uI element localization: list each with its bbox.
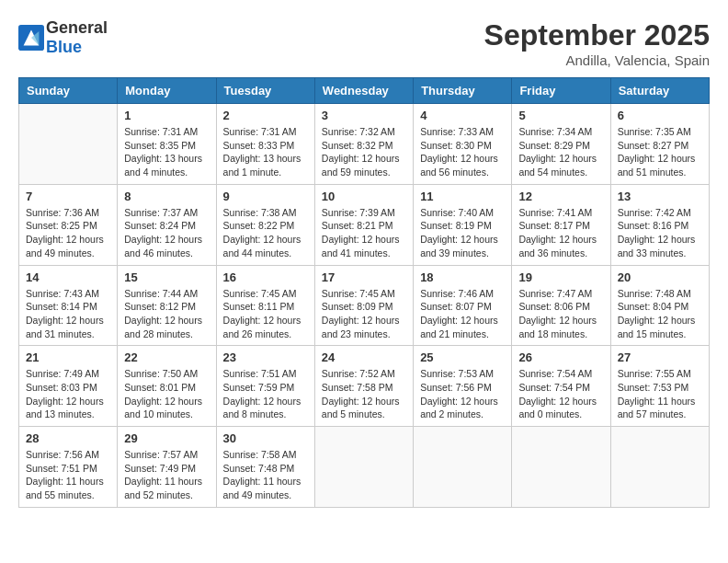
day-info: Sunrise: 7:44 AM Sunset: 8:12 PM Dayligh… <box>124 287 209 341</box>
calendar-week-row: 7Sunrise: 7:36 AM Sunset: 8:25 PM Daylig… <box>19 184 710 265</box>
day-info: Sunrise: 7:32 AM Sunset: 8:32 PM Dayligh… <box>322 125 406 179</box>
column-header-sunday: Sunday <box>19 78 118 104</box>
calendar-cell: 2Sunrise: 7:31 AM Sunset: 8:33 PM Daylig… <box>216 104 314 185</box>
day-info: Sunrise: 7:56 AM Sunset: 7:51 PM Dayligh… <box>26 448 110 502</box>
calendar-week-row: 1Sunrise: 7:31 AM Sunset: 8:35 PM Daylig… <box>19 104 710 185</box>
day-info: Sunrise: 7:43 AM Sunset: 8:14 PM Dayligh… <box>26 287 110 341</box>
day-info: Sunrise: 7:45 AM Sunset: 8:09 PM Dayligh… <box>322 287 406 341</box>
calendar-cell: 27Sunrise: 7:55 AM Sunset: 7:53 PM Dayli… <box>610 346 709 427</box>
calendar-cell: 15Sunrise: 7:44 AM Sunset: 8:12 PM Dayli… <box>118 265 216 346</box>
day-number: 14 <box>26 270 110 284</box>
day-number: 11 <box>420 190 505 203</box>
day-number: 16 <box>223 270 308 284</box>
calendar-cell: 9Sunrise: 7:38 AM Sunset: 8:22 PM Daylig… <box>216 184 314 265</box>
day-info: Sunrise: 7:33 AM Sunset: 8:30 PM Dayligh… <box>420 125 505 179</box>
day-info: Sunrise: 7:35 AM Sunset: 8:27 PM Dayligh… <box>618 125 702 179</box>
day-number: 17 <box>322 270 406 284</box>
calendar-cell <box>19 104 118 185</box>
day-number: 24 <box>322 350 406 364</box>
day-info: Sunrise: 7:53 AM Sunset: 7:56 PM Dayligh… <box>420 367 505 421</box>
day-info: Sunrise: 7:54 AM Sunset: 7:54 PM Dayligh… <box>518 367 603 421</box>
calendar-cell: 21Sunrise: 7:49 AM Sunset: 8:03 PM Dayli… <box>19 346 118 427</box>
calendar-week-row: 21Sunrise: 7:49 AM Sunset: 8:03 PM Dayli… <box>19 346 710 427</box>
column-header-friday: Friday <box>512 78 610 104</box>
day-info: Sunrise: 7:40 AM Sunset: 8:19 PM Dayligh… <box>420 206 505 260</box>
calendar-cell: 28Sunrise: 7:56 AM Sunset: 7:51 PM Dayli… <box>19 427 118 508</box>
day-info: Sunrise: 7:48 AM Sunset: 8:04 PM Dayligh… <box>618 287 702 341</box>
calendar-cell: 24Sunrise: 7:52 AM Sunset: 7:58 PM Dayli… <box>314 346 413 427</box>
day-info: Sunrise: 7:31 AM Sunset: 8:35 PM Dayligh… <box>124 125 209 179</box>
calendar-cell: 13Sunrise: 7:42 AM Sunset: 8:16 PM Dayli… <box>610 184 709 265</box>
calendar-table: SundayMondayTuesdayWednesdayThursdayFrid… <box>18 77 710 508</box>
calendar-cell <box>512 427 610 508</box>
day-number: 19 <box>518 270 603 284</box>
column-header-monday: Monday <box>118 78 216 104</box>
calendar-cell: 1Sunrise: 7:31 AM Sunset: 8:35 PM Daylig… <box>118 104 216 185</box>
day-info: Sunrise: 7:37 AM Sunset: 8:24 PM Dayligh… <box>124 206 209 260</box>
day-number: 1 <box>124 109 209 122</box>
day-info: Sunrise: 7:39 AM Sunset: 8:21 PM Dayligh… <box>322 206 406 260</box>
calendar-cell: 12Sunrise: 7:41 AM Sunset: 8:17 PM Dayli… <box>512 184 610 265</box>
day-number: 18 <box>420 270 505 284</box>
day-number: 8 <box>124 190 209 203</box>
day-number: 3 <box>322 109 406 122</box>
day-info: Sunrise: 7:57 AM Sunset: 7:49 PM Dayligh… <box>124 448 209 502</box>
day-number: 20 <box>618 270 702 284</box>
calendar-cell: 3Sunrise: 7:32 AM Sunset: 8:32 PM Daylig… <box>314 104 413 185</box>
day-number: 7 <box>26 190 110 203</box>
column-header-tuesday: Tuesday <box>216 78 314 104</box>
day-number: 21 <box>26 350 110 364</box>
page-header: General Blue September 2025 Andilla, Val… <box>18 18 710 68</box>
calendar-cell: 16Sunrise: 7:45 AM Sunset: 8:11 PM Dayli… <box>216 265 314 346</box>
calendar-cell: 29Sunrise: 7:57 AM Sunset: 7:49 PM Dayli… <box>118 427 216 508</box>
calendar-cell: 25Sunrise: 7:53 AM Sunset: 7:56 PM Dayli… <box>414 346 512 427</box>
calendar-cell <box>414 427 512 508</box>
calendar-cell: 18Sunrise: 7:46 AM Sunset: 8:07 PM Dayli… <box>414 265 512 346</box>
calendar-cell: 30Sunrise: 7:58 AM Sunset: 7:48 PM Dayli… <box>216 427 314 508</box>
day-number: 6 <box>618 109 702 122</box>
calendar-cell: 20Sunrise: 7:48 AM Sunset: 8:04 PM Dayli… <box>610 265 709 346</box>
day-number: 22 <box>124 350 209 364</box>
calendar-cell: 23Sunrise: 7:51 AM Sunset: 7:59 PM Dayli… <box>216 346 314 427</box>
column-header-saturday: Saturday <box>610 78 709 104</box>
logo-blue-text: Blue <box>46 38 82 56</box>
calendar-cell: 19Sunrise: 7:47 AM Sunset: 8:06 PM Dayli… <box>512 265 610 346</box>
calendar-cell: 4Sunrise: 7:33 AM Sunset: 8:30 PM Daylig… <box>414 104 512 185</box>
calendar-cell: 8Sunrise: 7:37 AM Sunset: 8:24 PM Daylig… <box>118 184 216 265</box>
calendar-week-row: 28Sunrise: 7:56 AM Sunset: 7:51 PM Dayli… <box>19 427 710 508</box>
calendar-cell: 22Sunrise: 7:50 AM Sunset: 8:01 PM Dayli… <box>118 346 216 427</box>
location-subtitle: Andilla, Valencia, Spain <box>484 52 710 68</box>
day-info: Sunrise: 7:31 AM Sunset: 8:33 PM Dayligh… <box>223 125 308 179</box>
column-header-wednesday: Wednesday <box>314 78 413 104</box>
day-number: 26 <box>518 350 603 364</box>
day-number: 30 <box>223 431 308 445</box>
day-info: Sunrise: 7:42 AM Sunset: 8:16 PM Dayligh… <box>618 206 702 260</box>
calendar-cell <box>314 427 413 508</box>
logo: General Blue <box>18 18 108 57</box>
day-info: Sunrise: 7:36 AM Sunset: 8:25 PM Dayligh… <box>26 206 110 260</box>
day-number: 2 <box>223 109 308 122</box>
day-number: 28 <box>26 431 110 445</box>
day-info: Sunrise: 7:41 AM Sunset: 8:17 PM Dayligh… <box>518 206 603 260</box>
calendar-cell: 11Sunrise: 7:40 AM Sunset: 8:19 PM Dayli… <box>414 184 512 265</box>
day-info: Sunrise: 7:51 AM Sunset: 7:59 PM Dayligh… <box>223 367 308 421</box>
day-number: 25 <box>420 350 505 364</box>
day-number: 29 <box>124 431 209 445</box>
calendar-cell <box>610 427 709 508</box>
title-block: September 2025 Andilla, Valencia, Spain <box>484 18 710 68</box>
calendar-cell: 7Sunrise: 7:36 AM Sunset: 8:25 PM Daylig… <box>19 184 118 265</box>
day-number: 13 <box>618 190 702 203</box>
calendar-cell: 10Sunrise: 7:39 AM Sunset: 8:21 PM Dayli… <box>314 184 413 265</box>
day-info: Sunrise: 7:55 AM Sunset: 7:53 PM Dayligh… <box>618 367 702 421</box>
day-info: Sunrise: 7:50 AM Sunset: 8:01 PM Dayligh… <box>124 367 209 421</box>
day-number: 9 <box>223 190 308 203</box>
day-number: 27 <box>618 350 702 364</box>
logo-icon <box>18 25 44 51</box>
day-number: 10 <box>322 190 406 203</box>
calendar-cell: 26Sunrise: 7:54 AM Sunset: 7:54 PM Dayli… <box>512 346 610 427</box>
day-info: Sunrise: 7:47 AM Sunset: 8:06 PM Dayligh… <box>518 287 603 341</box>
column-header-thursday: Thursday <box>414 78 512 104</box>
day-number: 15 <box>124 270 209 284</box>
logo-general-text: General <box>46 18 108 37</box>
calendar-week-row: 14Sunrise: 7:43 AM Sunset: 8:14 PM Dayli… <box>19 265 710 346</box>
